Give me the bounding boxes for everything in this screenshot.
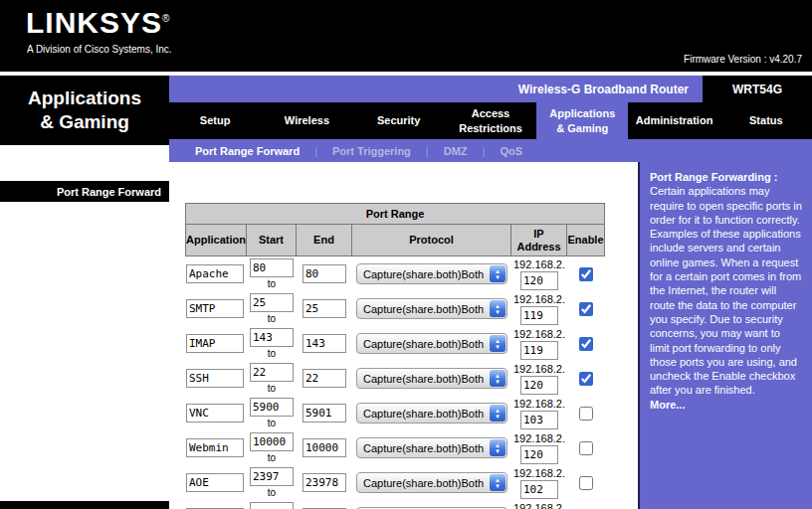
application-cell: [185, 430, 247, 465]
end-port-input[interactable]: [303, 299, 346, 318]
end-cell: [297, 291, 352, 326]
ip-cell: 192.168.2.: [511, 361, 567, 396]
application-input[interactable]: [186, 299, 244, 318]
tab-access-restrictions[interactable]: Access Restrictions: [445, 102, 536, 139]
end-port-input[interactable]: [303, 438, 346, 457]
tab-security[interactable]: Security: [353, 102, 445, 139]
protocol-select[interactable]: Capture(share.both)Both: [356, 298, 508, 319]
protocol-cell: Capture(share.both)Both▲▼: [352, 430, 511, 465]
subnav-qos[interactable]: QoS: [500, 145, 522, 157]
protocol-cell: Capture(share.both)Both▲▼: [352, 361, 511, 396]
enable-checkbox[interactable]: [579, 476, 593, 490]
ip-prefix: 192.168.2.: [513, 432, 565, 444]
ip-last-octet-input[interactable]: [520, 306, 558, 325]
enable-cell: [567, 430, 605, 465]
application-input[interactable]: [186, 438, 244, 457]
ip-cell: 192.168.2.: [511, 396, 567, 430]
end-port-input[interactable]: [303, 334, 346, 353]
end-cell: [297, 430, 352, 465]
table-row: to Capture(share.both)Both▲▼ 192.168.2.: [185, 361, 605, 396]
enable-checkbox[interactable]: [579, 372, 593, 386]
help-panel: Port Range Forwarding : Certain applicat…: [638, 162, 812, 509]
subnav-separator: |: [426, 145, 429, 157]
page-title: Applications & Gaming: [0, 76, 169, 145]
end-cell: [297, 256, 352, 291]
ip-last-octet-input[interactable]: [520, 271, 558, 290]
ip-last-octet-input[interactable]: [520, 411, 558, 429]
ip-last-octet-input[interactable]: [520, 445, 558, 464]
start-port-input[interactable]: [250, 363, 294, 382]
ip-prefix: 192.168.2.: [513, 258, 565, 270]
subnav-port-range-forward[interactable]: Port Range Forward: [195, 145, 300, 157]
protocol-cell: Capture(share.both)Both▲▼: [352, 291, 511, 326]
application-cell: [185, 465, 247, 500]
subnav-dmz[interactable]: DMZ: [444, 145, 468, 157]
protocol-cell: Capture(share.both)Both▲▼: [352, 465, 511, 500]
ip-cell: 192.168.2.: [511, 291, 567, 326]
registered-mark: ®: [162, 13, 170, 24]
ip-prefix: 192.168.2.: [513, 398, 565, 410]
more-link[interactable]: More...: [650, 399, 685, 411]
start-port-input[interactable]: [250, 398, 294, 417]
table-row: to Capture(share.both)Both▲▼ 192.168.2.: [185, 326, 605, 361]
end-port-input[interactable]: [303, 264, 346, 283]
protocol-select[interactable]: Capture(share.both)Both: [356, 403, 508, 424]
ip-cell: 192.168.2.: [511, 326, 567, 361]
end-port-input[interactable]: [303, 369, 346, 388]
start-port-input[interactable]: [250, 258, 294, 277]
enable-checkbox[interactable]: [579, 337, 593, 351]
enable-checkbox[interactable]: [579, 267, 593, 281]
protocol-select[interactable]: Capture(share.both)Both: [356, 263, 508, 284]
tab-status[interactable]: Status: [720, 102, 812, 139]
application-cell: [185, 500, 247, 509]
sub-nav: Port Range Forward | Port Triggering | D…: [169, 139, 812, 162]
section-label: Port Range Forward: [0, 181, 169, 202]
start-cell: to: [247, 256, 297, 291]
application-input[interactable]: [186, 404, 244, 423]
protocol-select[interactable]: Capture(share.both)Both: [356, 368, 508, 389]
tab-setup[interactable]: Setup: [169, 102, 261, 139]
protocol-select[interactable]: Capture(share.both)Both: [356, 333, 508, 354]
enable-cell: [567, 256, 605, 291]
col-ip-address: IP Address: [511, 225, 567, 256]
table-row-partial: to Capture(share.both)Both▲▼ 192.168.2.: [185, 500, 605, 509]
start-cell: to: [247, 500, 297, 509]
enable-checkbox[interactable]: [579, 441, 593, 455]
enable-cell: [567, 291, 605, 326]
table-row: to Capture(share.both)Both▲▼ 192.168.2.: [185, 430, 605, 465]
protocol-select[interactable]: Capture(share.both)Both: [356, 437, 508, 458]
end-cell: [297, 361, 352, 396]
col-protocol: Protocol: [352, 225, 511, 256]
to-label: to: [268, 278, 276, 289]
enable-checkbox[interactable]: [579, 302, 593, 316]
application-input[interactable]: [186, 264, 244, 283]
ip-prefix: 192.168.2.: [513, 363, 565, 375]
tab-wireless[interactable]: Wireless: [261, 102, 352, 139]
tab-administration[interactable]: Administration: [628, 102, 719, 139]
enable-checkbox[interactable]: [579, 407, 593, 421]
start-port-input[interactable]: [250, 467, 294, 486]
start-port-input[interactable]: [250, 432, 294, 451]
linksys-logo: LINKSYS®: [26, 6, 170, 40]
start-port-input[interactable]: [250, 328, 294, 347]
firmware-version: Firmware Version : v4.20.7: [684, 54, 802, 65]
ip-last-octet-input[interactable]: [520, 376, 558, 395]
subnav-port-triggering[interactable]: Port Triggering: [332, 145, 411, 157]
application-input[interactable]: [186, 334, 244, 353]
product-name-bar: Wireless-G Broadband Router: [169, 76, 703, 102]
application-input[interactable]: [186, 369, 244, 388]
end-port-input[interactable]: [303, 404, 346, 423]
end-cell: [297, 396, 352, 430]
start-port-input[interactable]: [250, 502, 294, 509]
ip-cell: 192.168.2.: [511, 465, 567, 500]
ip-prefix: 192.168.2.: [513, 502, 565, 509]
end-port-input[interactable]: [303, 473, 346, 492]
application-cell: [185, 396, 247, 430]
ip-last-octet-input[interactable]: [520, 341, 558, 360]
col-end: End: [297, 225, 352, 256]
ip-last-octet-input[interactable]: [520, 480, 558, 499]
tab-applications-gaming[interactable]: Applications & Gaming: [536, 102, 628, 139]
application-input[interactable]: [186, 473, 244, 492]
start-port-input[interactable]: [250, 293, 294, 312]
protocol-select[interactable]: Capture(share.both)Both: [356, 472, 508, 493]
